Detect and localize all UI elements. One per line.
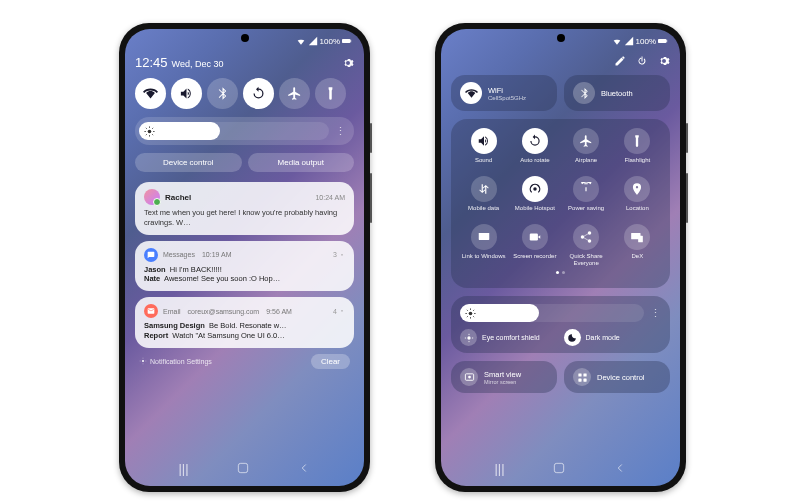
camera-punch-hole (557, 34, 565, 42)
grid-icon (573, 368, 591, 386)
flashlight-tile[interactable]: Flashlight (614, 128, 661, 170)
svg-rect-5 (658, 39, 666, 43)
signal-status-icon (624, 36, 634, 46)
battery-text: 100% (636, 37, 656, 46)
nav-bar: ||| (441, 461, 680, 478)
settings-icon[interactable] (658, 55, 670, 67)
svg-point-16 (467, 336, 470, 339)
clock-date: Wed, Dec 30 (172, 59, 224, 69)
svg-rect-21 (578, 378, 581, 381)
flashlight-toggle[interactable] (315, 78, 346, 109)
svg-rect-4 (238, 463, 247, 472)
svg-point-11 (581, 235, 585, 239)
svg-rect-9 (530, 234, 538, 241)
nav-home[interactable] (552, 461, 566, 478)
bluetooth-tile[interactable]: Bluetooth (564, 75, 670, 111)
nav-back[interactable] (613, 461, 627, 478)
bluetooth-toggle[interactable] (207, 78, 238, 109)
location-tile[interactable]: Location (614, 176, 661, 218)
svg-rect-1 (350, 40, 351, 43)
wifi-icon (460, 82, 482, 104)
quick-settings-grid: Sound Auto rotate Airplane Flashlight Mo… (451, 119, 670, 288)
eye-comfort-toggle[interactable]: Eye comfort shield (460, 329, 558, 346)
signal-status-icon (308, 36, 318, 46)
quick-share-tile[interactable]: Quick Share Everyone (563, 224, 610, 266)
svg-rect-6 (666, 40, 667, 43)
brightness-icon (144, 126, 155, 137)
nav-home[interactable] (236, 461, 250, 478)
svg-point-10 (588, 231, 592, 235)
wifi-toggle[interactable] (135, 78, 166, 109)
avatar (144, 189, 160, 205)
wifi-tile[interactable]: WiFiCellSpot5GHz (451, 75, 557, 111)
messages-app-icon (144, 248, 158, 262)
clear-button[interactable]: Clear (311, 354, 350, 369)
dex-tile[interactable]: DeX (614, 224, 661, 266)
cast-icon (460, 368, 478, 386)
sound-tile[interactable]: Sound (460, 128, 507, 170)
svg-rect-8 (478, 233, 489, 240)
quick-settings-row (135, 78, 354, 109)
dark-mode-toggle[interactable]: Dark mode (564, 329, 662, 346)
chevron-down-icon (339, 252, 345, 258)
brightness-more-icon[interactable]: ⋮ (650, 307, 661, 320)
svg-point-15 (469, 311, 473, 315)
phone-left: 100% 12:45 Wed, Dec 30 ⋮ Device control … (119, 23, 370, 492)
battery-icon (658, 36, 668, 46)
airplane-tile[interactable]: Airplane (563, 128, 610, 170)
brightness-icon (465, 308, 476, 319)
power-saving-tile[interactable]: Power saving (563, 176, 610, 218)
sound-toggle[interactable] (171, 78, 202, 109)
svg-rect-0 (342, 39, 350, 43)
wifi-status-icon (296, 36, 306, 46)
nav-bar: ||| (125, 461, 364, 478)
edit-icon[interactable] (614, 55, 626, 67)
battery-text: 100% (320, 37, 340, 46)
nav-back[interactable] (297, 461, 311, 478)
device-control-button[interactable]: Device control (135, 153, 242, 172)
smart-view-button[interactable]: Smart viewMirror screen (451, 361, 557, 393)
notification-email[interactable]: Email coreux@samsung.com 9:56 AM 4 Samsu… (135, 297, 354, 348)
device-control-button[interactable]: Device control (564, 361, 670, 393)
power-icon[interactable] (636, 55, 648, 67)
screen-recorder-tile[interactable]: Screen recorder (511, 224, 558, 266)
airplane-toggle[interactable] (279, 78, 310, 109)
brightness-slider[interactable]: ⋮ (135, 117, 354, 145)
chevron-down-icon (339, 308, 345, 314)
nav-recents[interactable]: ||| (494, 461, 504, 478)
hotspot-tile[interactable]: Mobile Hotspot (511, 176, 558, 218)
svg-point-7 (533, 187, 537, 191)
svg-rect-20 (583, 373, 586, 376)
media-output-button[interactable]: Media output (248, 153, 355, 172)
svg-point-18 (468, 375, 471, 378)
svg-point-12 (588, 239, 592, 243)
svg-point-3 (142, 360, 144, 362)
svg-rect-19 (578, 373, 581, 376)
svg-rect-14 (639, 236, 644, 242)
svg-rect-22 (583, 378, 586, 381)
bluetooth-icon (573, 82, 595, 104)
brightness-more-icon[interactable]: ⋮ (335, 125, 346, 138)
battery-icon (342, 36, 352, 46)
rotate-toggle[interactable] (243, 78, 274, 109)
phone-right: 100% WiFiCellSpot5GHz Bluetooth Sound Au… (435, 23, 686, 492)
svg-point-2 (148, 129, 152, 133)
notification-rachel[interactable]: Rachel 10:24 AM Text me when you get her… (135, 182, 354, 235)
svg-rect-23 (554, 463, 563, 472)
mobile-data-tile[interactable]: Mobile data (460, 176, 507, 218)
email-app-icon (144, 304, 158, 318)
camera-punch-hole (241, 34, 249, 42)
notification-settings-link[interactable]: Notification Settings (139, 357, 212, 365)
brightness-slider[interactable] (460, 304, 644, 322)
nav-recents[interactable]: ||| (178, 461, 188, 478)
auto-rotate-tile[interactable]: Auto rotate (511, 128, 558, 170)
settings-icon[interactable] (342, 57, 354, 69)
clock-time: 12:45 (135, 55, 168, 70)
link-windows-tile[interactable]: Link to Windows (460, 224, 507, 266)
wifi-status-icon (612, 36, 622, 46)
notification-messages[interactable]: Messages 10:19 AM 3 Jason Hi I'm BACK!!!… (135, 241, 354, 292)
